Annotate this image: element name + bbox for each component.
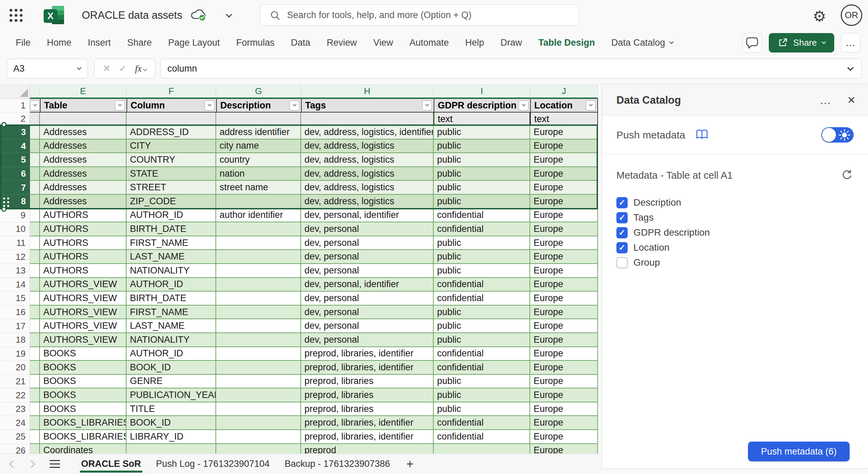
cell[interactable]: AUTHORS <box>40 222 126 236</box>
share-button[interactable]: Share <box>769 33 834 53</box>
cell[interactable]: public <box>434 333 530 347</box>
cell[interactable]: confidential <box>434 209 530 223</box>
menu-tab-help[interactable]: Help <box>465 38 484 48</box>
cell[interactable]: dev, address, logistics <box>301 139 434 153</box>
cell[interactable]: confidential <box>434 430 530 444</box>
cell[interactable] <box>126 113 216 125</box>
filter-button[interactable] <box>289 101 299 110</box>
all-sheets-menu-icon[interactable] <box>50 460 60 468</box>
cell[interactable]: BOOKS_LIBRARIES <box>40 430 126 444</box>
strip-cell[interactable] <box>30 292 40 306</box>
panel-close-icon[interactable] <box>847 94 856 106</box>
cell[interactable]: Addresses <box>40 153 126 167</box>
cell[interactable]: STREET <box>126 181 216 195</box>
cell[interactable]: AUTHORS <box>40 236 126 250</box>
panel-more-icon[interactable] <box>820 93 832 107</box>
cell[interactable]: city name <box>216 139 301 153</box>
cell[interactable]: LIBRARY_ID <box>126 430 216 444</box>
strip-cell[interactable] <box>30 333 40 347</box>
checkbox-item-description[interactable]: Description <box>616 195 868 210</box>
cell[interactable]: dev, address, logistics <box>301 195 434 209</box>
refresh-icon[interactable] <box>841 169 852 182</box>
cell[interactable]: AUTHORS_VIEW <box>40 319 126 333</box>
cell[interactable]: Europe <box>530 347 598 361</box>
menu-tab-share[interactable]: Share <box>127 38 152 48</box>
cell[interactable] <box>126 444 216 454</box>
ribbon-more-button[interactable] <box>841 33 860 53</box>
cell[interactable]: AUTHORS <box>40 209 126 223</box>
sheet-tab[interactable]: Backup - 1761323907386 <box>277 454 398 474</box>
cell[interactable] <box>40 113 126 125</box>
cell[interactable]: Europe <box>530 388 598 402</box>
insert-function-button[interactable]: fx <box>135 63 147 74</box>
cell[interactable]: Europe <box>530 444 598 454</box>
cell[interactable]: dev, address, logistics <box>301 181 434 195</box>
menu-tab-page-layout[interactable]: Page Layout <box>168 38 220 48</box>
checked-checkbox-icon[interactable] <box>616 212 628 223</box>
cell[interactable]: public <box>434 388 530 402</box>
cell[interactable]: Europe <box>530 167 598 181</box>
cell[interactable]: AUTHORS_VIEW <box>40 292 126 306</box>
checkbox-item-gdpr-description[interactable]: GDPR description <box>616 225 868 240</box>
formula-input[interactable]: column <box>160 59 862 78</box>
cell[interactable]: dev, personal <box>301 292 434 306</box>
prev-sheet-icon[interactable] <box>9 460 17 468</box>
header-cell[interactable]: Description <box>216 99 301 113</box>
account-avatar[interactable]: OR <box>841 4 862 26</box>
cell[interactable]: BIRTH_DATE <box>126 222 216 236</box>
cell[interactable]: Europe <box>530 181 598 195</box>
search-input[interactable]: Search for tools, help, and more (Option… <box>260 4 579 26</box>
cell[interactable]: confidential <box>434 278 530 292</box>
cell[interactable] <box>216 250 301 264</box>
cell[interactable]: preprod, libraries <box>301 402 434 416</box>
filter-button[interactable] <box>205 101 214 110</box>
row-number[interactable]: 11 <box>0 236 30 250</box>
cell[interactable] <box>216 264 301 278</box>
row-number[interactable]: 15 <box>0 292 30 306</box>
cell[interactable]: preprod, libraries, identifier <box>301 416 434 430</box>
cell[interactable]: public <box>434 375 530 389</box>
cell[interactable]: public <box>434 139 530 153</box>
cell[interactable] <box>216 347 301 361</box>
cell[interactable]: FIRST_NAME <box>126 236 216 250</box>
cell[interactable]: Europe <box>530 306 598 320</box>
cell[interactable]: COUNTRY <box>126 153 216 167</box>
cell[interactable]: confidential <box>434 222 530 236</box>
header-strip-cell[interactable] <box>30 99 40 113</box>
column-letter-J[interactable]: J <box>530 85 598 99</box>
column-letter-G[interactable]: G <box>216 85 301 99</box>
cell[interactable]: GENRE <box>126 375 216 389</box>
cell[interactable]: BOOKS <box>40 361 126 375</box>
docs-book-icon[interactable] <box>695 129 708 141</box>
cell[interactable]: dev, personal <box>301 250 434 264</box>
cell[interactable]: AUTHORS_VIEW <box>40 333 126 347</box>
cell[interactable]: public <box>434 195 530 209</box>
row-drag-handle-icon[interactable] <box>3 197 9 207</box>
cell[interactable] <box>301 113 434 125</box>
checked-checkbox-icon[interactable] <box>616 242 628 253</box>
cell[interactable] <box>216 113 301 125</box>
cell[interactable]: public <box>434 264 530 278</box>
cell[interactable]: FIRST_NAME <box>126 306 216 320</box>
filter-button[interactable] <box>422 101 432 110</box>
cell[interactable]: BOOK_ID <box>126 416 216 430</box>
menu-tab-home[interactable]: Home <box>47 38 72 48</box>
strip-cell[interactable] <box>30 444 40 454</box>
cell[interactable]: dev, personal <box>301 333 434 347</box>
cell[interactable]: Europe <box>530 292 598 306</box>
cell[interactable] <box>216 416 301 430</box>
header-cell[interactable]: Column <box>126 99 216 113</box>
header-cell[interactable]: GDPR description <box>434 99 530 113</box>
cell[interactable]: public <box>434 250 530 264</box>
cell[interactable] <box>216 333 301 347</box>
cell[interactable]: Europe <box>530 278 598 292</box>
cell[interactable]: ADDRESS_ID <box>126 125 216 139</box>
name-box[interactable]: A3 <box>7 59 88 78</box>
cell[interactable]: Europe <box>530 361 598 375</box>
row-number[interactable]: 19 <box>0 347 30 361</box>
cell[interactable]: Europe <box>530 250 598 264</box>
strip-cell[interactable] <box>30 416 40 430</box>
header-cell[interactable]: Location <box>530 99 598 113</box>
strip-cell[interactable] <box>30 167 40 181</box>
row-number[interactable]: 12 <box>0 250 30 264</box>
